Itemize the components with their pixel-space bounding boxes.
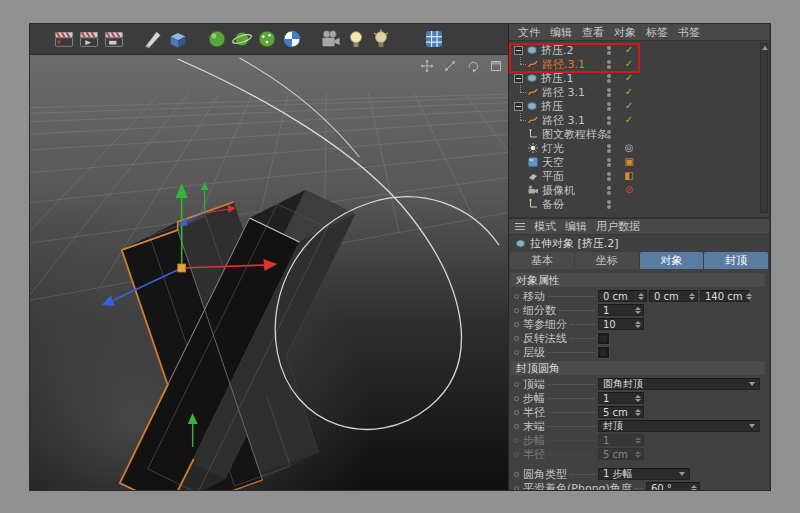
array-grid-icon[interactable]	[423, 28, 445, 50]
subdivision-field[interactable]: 1	[598, 304, 644, 316]
anim-dot-icon[interactable]	[514, 294, 519, 299]
rotate-icon[interactable]	[466, 59, 480, 73]
menu-view[interactable]: 查看	[577, 25, 609, 40]
move-x-field[interactable]: 0 cm	[598, 290, 647, 302]
cube-icon[interactable]	[167, 28, 189, 50]
iso-subdivision-field[interactable]: 10	[598, 318, 644, 330]
pan-icon[interactable]	[420, 59, 434, 73]
anim-dot-icon[interactable]	[514, 336, 519, 341]
fillet-type-dropdown[interactable]: 1 步幅	[598, 468, 690, 480]
visibility-dots[interactable]	[607, 99, 611, 113]
cap-start-dropdown[interactable]: 圆角封顶	[598, 378, 760, 390]
tab-caps[interactable]: 封顶	[704, 252, 768, 269]
visibility-dots[interactable]	[607, 169, 611, 183]
object-label[interactable]: 路径.3.1	[542, 57, 585, 72]
target-tag-icon[interactable]: ◎	[621, 141, 637, 155]
clapperboard-icon[interactable]	[103, 28, 125, 50]
zoom-icon[interactable]	[443, 59, 457, 73]
section-object-properties[interactable]: 对象属性	[511, 273, 765, 287]
compositing-tag-icon[interactable]: ▣	[621, 155, 637, 169]
enabled-check-icon[interactable]: ✓	[621, 85, 637, 99]
section-caps-fillet[interactable]: 封顶圆角	[511, 361, 765, 375]
protection-tag-icon[interactable]: ⊘	[621, 183, 637, 197]
menu-edit-attr[interactable]: 编辑	[565, 219, 587, 234]
clapperboard-icon[interactable]	[78, 28, 100, 50]
tree-row[interactable]: 平面 ◧	[509, 169, 769, 183]
object-label[interactable]: 备份	[542, 197, 564, 212]
anim-dot-icon[interactable]	[514, 396, 519, 401]
enabled-check-icon[interactable]: ✓	[621, 71, 637, 85]
visibility-dots[interactable]	[607, 183, 611, 197]
movie-camera-icon[interactable]	[320, 28, 342, 50]
enabled-check-icon[interactable]: ✓	[621, 43, 637, 57]
object-label[interactable]: 挤压	[541, 99, 563, 114]
anim-dot-icon[interactable]	[514, 424, 519, 429]
tree-scrollbar[interactable]	[760, 43, 768, 213]
object-label[interactable]: 摄像机	[542, 183, 575, 198]
tree-row[interactable]: 挤压.2 ✓	[509, 43, 769, 57]
tree-row[interactable]: 天空 ▣	[509, 155, 769, 169]
visibility-dots[interactable]	[607, 85, 611, 99]
visibility-dots[interactable]	[607, 197, 611, 211]
cap-end-dropdown[interactable]: 封顶	[598, 420, 760, 432]
hierarchy-checkbox[interactable]	[598, 347, 609, 358]
tree-row[interactable]: 备份	[509, 197, 769, 211]
menu-objects[interactable]: 对象	[609, 25, 641, 40]
anim-dot-icon[interactable]	[514, 350, 519, 355]
object-label[interactable]: 平面	[542, 169, 564, 184]
tree-row[interactable]: 挤压.1 ✓	[509, 71, 769, 85]
visibility-dots[interactable]	[607, 141, 611, 155]
anim-dot-icon[interactable]	[514, 322, 519, 327]
state-icon[interactable]	[621, 127, 637, 141]
phong-angle-field[interactable]: 60 °	[646, 482, 700, 490]
tree-row[interactable]: 路径 3.1 ✓	[509, 113, 769, 127]
object-label[interactable]: 路径 3.1	[542, 113, 585, 128]
enabled-check-icon[interactable]: ✓	[621, 99, 637, 113]
lightbulb-icon[interactable]	[345, 28, 367, 50]
menu-bookmarks[interactable]: 书签	[673, 25, 705, 40]
menu-mode[interactable]: 模式	[534, 219, 556, 234]
visibility-dots[interactable]	[607, 43, 611, 57]
lightbulb-icon[interactable]	[370, 28, 392, 50]
tab-coordinates[interactable]: 坐标	[575, 252, 639, 269]
tree-row[interactable]: 路径 3.1 ✓	[509, 85, 769, 99]
object-label[interactable]: 挤压.2	[541, 43, 574, 58]
collapse-toggle-icon[interactable]	[514, 46, 523, 55]
hamburger-menu-icon[interactable]	[515, 223, 525, 230]
object-label[interactable]: 挤压.1	[541, 71, 574, 86]
sphere-icon[interactable]	[206, 28, 228, 50]
move-y-field[interactable]: 0 cm	[649, 290, 698, 302]
anim-dot-icon[interactable]	[514, 308, 519, 313]
steps-top-field[interactable]: 1	[598, 392, 644, 404]
tree-row[interactable]: 摄像机 ⊘	[509, 183, 769, 197]
enabled-check-icon[interactable]: ✓	[621, 57, 637, 71]
visibility-dots[interactable]	[607, 127, 611, 141]
camera-tag-icon[interactable]: ◧	[621, 169, 637, 183]
radius-top-field[interactable]: 5 cm	[598, 406, 644, 418]
sphere-ring-icon[interactable]	[231, 28, 253, 50]
menu-tags[interactable]: 标签	[641, 25, 673, 40]
collapse-toggle-icon[interactable]	[514, 102, 523, 111]
menu-userdata[interactable]: 用户数据	[596, 219, 640, 234]
menu-edit[interactable]: 编辑	[545, 25, 577, 40]
collapse-toggle-icon[interactable]	[514, 74, 523, 83]
anim-dot-icon[interactable]	[514, 410, 519, 415]
tree-row[interactable]: 灯光 ◎	[509, 141, 769, 155]
tree-row[interactable]: 路径.3.1 ✓	[509, 57, 769, 71]
pen-icon[interactable]	[142, 28, 164, 50]
flip-normals-checkbox[interactable]	[598, 333, 609, 344]
sphere-dots-icon[interactable]	[256, 28, 278, 50]
tab-basic[interactable]: 基本	[510, 252, 574, 269]
visibility-dots[interactable]	[607, 155, 611, 169]
tab-object[interactable]: 对象	[640, 252, 704, 269]
maximize-icon[interactable]	[489, 59, 503, 73]
object-label[interactable]: 图文教程样条	[542, 127, 608, 142]
menu-file[interactable]: 文件	[513, 25, 545, 40]
move-z-field[interactable]: 140 cm	[700, 290, 749, 302]
anim-dot-icon[interactable]	[514, 486, 519, 491]
visibility-dots[interactable]	[607, 57, 611, 71]
enabled-check-icon[interactable]: ✓	[621, 113, 637, 127]
clapperboard-icon[interactable]	[53, 28, 75, 50]
checker-sphere-icon[interactable]	[281, 28, 303, 50]
anim-dot-icon[interactable]	[514, 382, 519, 387]
